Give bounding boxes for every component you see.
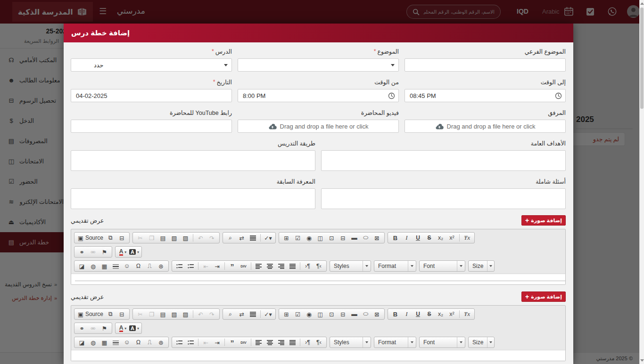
horizontal-rule-icon[interactable]: [110, 261, 121, 271]
hidden-field-icon[interactable]: ⊠: [372, 233, 382, 243]
copy-icon[interactable]: ❐: [146, 233, 157, 243]
strikethrough-icon[interactable]: S: [424, 309, 435, 319]
replace-icon[interactable]: ⇄: [236, 233, 247, 243]
text-color-icon[interactable]: A: [117, 247, 128, 257]
attachment-dropzone[interactable]: Drag and drop a file here or click: [405, 120, 566, 133]
styles-dropdown[interactable]: Styles: [330, 337, 371, 348]
cut-icon[interactable]: ✂: [135, 309, 146, 319]
paste-icon[interactable]: ▤: [157, 233, 168, 243]
date-input[interactable]: 04-02-2025: [71, 89, 232, 102]
strikethrough-icon[interactable]: S: [424, 233, 435, 243]
remove-format-icon[interactable]: Ŧx: [462, 309, 472, 319]
spellcheck-icon[interactable]: ✓▾: [263, 233, 273, 243]
redo-icon[interactable]: ↷: [206, 233, 217, 243]
undo-icon[interactable]: ↶: [195, 309, 206, 319]
superscript-icon[interactable]: x²: [446, 309, 457, 319]
replace-icon[interactable]: ⇄: [236, 309, 247, 319]
bulleted-list-icon[interactable]: [185, 261, 196, 271]
indent-icon[interactable]: ⇥: [212, 261, 223, 271]
preview-icon[interactable]: ⧉: [105, 309, 116, 319]
form-icon[interactable]: ⊞: [281, 309, 292, 319]
size-dropdown[interactable]: Size: [468, 337, 495, 348]
unlink-icon[interactable]: ⚮: [88, 324, 99, 333]
smiley-icon[interactable]: ☺: [122, 338, 132, 348]
general-objectives-textarea[interactable]: [321, 150, 566, 171]
radio-icon[interactable]: ◉: [304, 309, 314, 319]
form-icon[interactable]: ⊞: [281, 233, 292, 243]
bulleted-list-icon[interactable]: [185, 338, 196, 348]
subscript-icon[interactable]: x₂: [435, 309, 446, 319]
text-field-icon[interactable]: ◫: [315, 309, 326, 319]
editor-content-area[interactable]: [71, 350, 565, 361]
horizontal-rule-icon[interactable]: [110, 338, 121, 348]
textarea-field-icon[interactable]: ⊡: [326, 233, 337, 243]
print-icon[interactable]: ⊟: [116, 309, 127, 319]
source-icon[interactable]: ▣Source: [76, 233, 105, 243]
table-icon[interactable]: ▦: [99, 338, 110, 348]
link-icon[interactable]: ⚭: [76, 324, 87, 333]
scroll-down-arrow-icon[interactable]: [640, 359, 644, 362]
editor-content-area[interactable]: [71, 274, 565, 284]
source-icon[interactable]: ▣Source: [76, 309, 105, 319]
select-field-icon[interactable]: ⊟: [338, 309, 348, 319]
numbered-list-icon[interactable]: [174, 261, 185, 271]
copy-icon[interactable]: ❐: [146, 309, 157, 319]
cut-icon[interactable]: ✂: [135, 233, 146, 243]
subject-select[interactable]: [238, 58, 399, 72]
underline-icon[interactable]: U: [413, 233, 423, 243]
align-center-icon[interactable]: [264, 338, 275, 348]
align-justify-icon[interactable]: [287, 261, 298, 271]
preview-icon[interactable]: ⧉: [105, 233, 116, 243]
special-char-icon[interactable]: Ω: [133, 338, 144, 348]
blockquote-icon[interactable]: ”: [227, 261, 238, 271]
anchor-icon[interactable]: ⚑: [99, 324, 110, 333]
find-icon[interactable]: ⌕: [225, 309, 236, 319]
youtube-link-input[interactable]: [71, 120, 232, 133]
styles-dropdown[interactable]: Styles: [330, 260, 371, 272]
table-icon[interactable]: ▦: [99, 261, 110, 271]
comprehensive-questions-textarea[interactable]: [321, 188, 566, 209]
checkbox-icon[interactable]: ☑: [292, 233, 303, 243]
time-from-input[interactable]: 8:00 PM: [238, 89, 399, 102]
align-left-icon[interactable]: [253, 261, 264, 271]
print-icon[interactable]: ⊟: [116, 233, 127, 243]
blockquote-icon[interactable]: ”: [227, 338, 238, 348]
numbered-list-icon[interactable]: [174, 338, 185, 348]
sub-subject-input[interactable]: [405, 58, 566, 72]
paste-icon[interactable]: ▤: [157, 309, 168, 319]
teaching-method-textarea[interactable]: [71, 150, 315, 171]
align-center-icon[interactable]: [264, 261, 275, 271]
link-icon[interactable]: ⚭: [76, 247, 87, 257]
align-right-icon[interactable]: [276, 338, 287, 348]
italic-icon[interactable]: I: [401, 233, 412, 243]
font-dropdown[interactable]: Font: [419, 260, 465, 272]
bg-color-icon[interactable]: A: [129, 324, 140, 333]
form-button-icon[interactable]: ▬: [349, 309, 360, 319]
select-all-icon[interactable]: [248, 233, 258, 243]
image-icon[interactable]: ◪: [76, 338, 87, 348]
flash-icon[interactable]: ◍: [88, 261, 99, 271]
remove-format-icon[interactable]: Ŧx: [462, 233, 472, 243]
bg-color-icon[interactable]: A: [129, 247, 140, 257]
paste-word-icon[interactable]: ▨: [180, 233, 191, 243]
select-field-icon[interactable]: ⊟: [338, 233, 348, 243]
bidi-rtl-icon[interactable]: ¶‹: [314, 261, 324, 271]
iframe-icon[interactable]: ⊛: [156, 261, 166, 271]
align-left-icon[interactable]: [253, 338, 264, 348]
redo-icon[interactable]: ↷: [206, 309, 217, 319]
add-image-button[interactable]: إضافة صورة+: [521, 291, 566, 302]
find-icon[interactable]: ⌕: [225, 233, 236, 243]
page-scrollbar[interactable]: [639, 0, 644, 364]
paste-text-icon[interactable]: ▧: [169, 233, 180, 243]
spellcheck-icon[interactable]: ✓▾: [263, 309, 273, 319]
div-container-icon[interactable]: DIV: [238, 261, 249, 271]
text-color-icon[interactable]: A: [117, 324, 128, 333]
smiley-icon[interactable]: ☺: [122, 261, 132, 271]
time-to-input[interactable]: 08:45 PM: [405, 89, 566, 102]
div-container-icon[interactable]: DIV: [238, 338, 249, 348]
bidi-ltr-icon[interactable]: ›¶: [302, 338, 313, 348]
italic-icon[interactable]: I: [401, 309, 412, 319]
font-dropdown[interactable]: Font: [419, 337, 465, 348]
align-right-icon[interactable]: [276, 261, 287, 271]
lesson-select[interactable]: حدد: [71, 58, 232, 72]
